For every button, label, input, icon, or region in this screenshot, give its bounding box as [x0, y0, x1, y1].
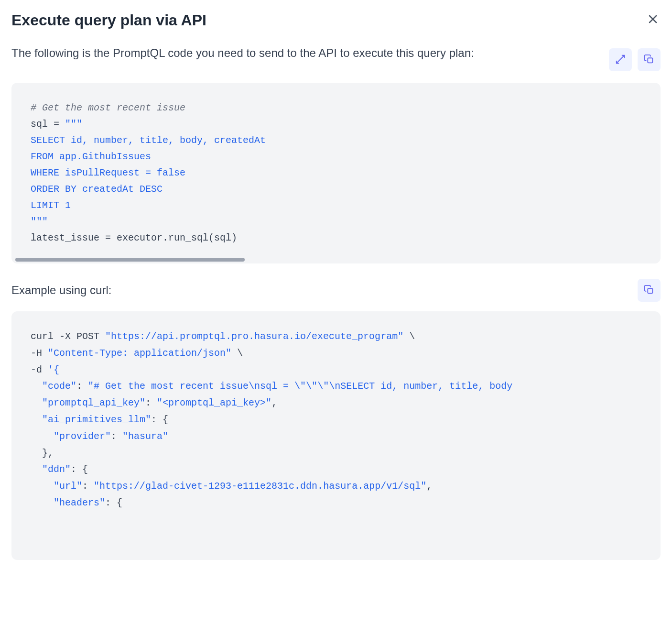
code-sql: FROM app.GithubIssues [31, 151, 151, 162]
action-buttons [609, 48, 661, 71]
curl-json-value: "<promptql_api_key>" [157, 397, 271, 408]
code-sql: SELECT id, number, title, body, createdA… [31, 135, 266, 146]
curl-punct: : [145, 397, 157, 408]
curl-indent [31, 397, 42, 408]
copy-curl-button[interactable] [638, 279, 661, 302]
code-wrap-icon [615, 54, 626, 66]
code-sql: ORDER BY createdAt DESC [31, 184, 163, 195]
code-line: latest_issue = executor.run_sql(sql) [31, 232, 237, 243]
svg-rect-3 [648, 58, 652, 63]
svg-rect-4 [648, 288, 652, 293]
horizontal-scrollbar[interactable] [15, 258, 245, 262]
curl-punct: : { [105, 497, 122, 508]
curl-flag: -H [31, 348, 48, 359]
code-comment: # Get the most recent issue [31, 102, 185, 113]
close-icon [647, 13, 659, 26]
curl-punct: }, [31, 448, 54, 459]
curl-punct: : [82, 481, 94, 492]
code-string: """ [31, 216, 48, 227]
svg-line-2 [617, 55, 625, 63]
curl-json-key: "url" [54, 481, 82, 492]
curl-code: curl -X POST "https://api.promptql.pro.h… [31, 329, 641, 512]
curl-indent [31, 381, 42, 392]
curl-json-key: "promptql_api_key" [42, 397, 145, 408]
curl-punct: , [426, 481, 432, 492]
curl-json-key: "ddn" [42, 464, 71, 475]
curl-json-key: "code" [42, 381, 76, 392]
curl-indent [31, 431, 54, 442]
curl-json-value: "# Get the most recent issue\nsql = \"\"… [88, 381, 512, 392]
curl-esc: \ [231, 348, 243, 359]
code-sql: LIMIT 1 [31, 200, 71, 211]
wrap-code-button[interactable] [609, 48, 632, 71]
curl-code-block: curl -X POST "https://api.promptql.pro.h… [11, 311, 661, 560]
promptql-code-block: # Get the most recent issue sql = """ SE… [11, 83, 661, 263]
intro-text: The following is the PromptQL code you n… [11, 44, 597, 62]
curl-url: "https://api.promptql.pro.hasura.io/exec… [105, 331, 403, 342]
curl-indent [31, 414, 42, 425]
example-label: Example using curl: [11, 284, 111, 297]
curl-json-value: "https://glad-civet-1293-e111e2831c.ddn.… [94, 481, 426, 492]
curl-json-key: "ai_primitives_llm" [42, 414, 151, 425]
curl-header: "Content-Type: application/json" [48, 348, 231, 359]
copy-code-button[interactable] [638, 48, 661, 71]
curl-punct: : [111, 431, 122, 442]
code-string: """ [65, 119, 82, 130]
copy-icon [644, 54, 654, 66]
example-row: Example using curl: [11, 279, 661, 302]
curl-json-open: '{ [48, 364, 59, 375]
curl-indent [31, 481, 54, 492]
curl-punct: , [271, 397, 277, 408]
modal-title: Execute query plan via API [11, 11, 206, 29]
curl-punct: : [76, 381, 88, 392]
close-button[interactable] [645, 11, 661, 28]
curl-indent [31, 497, 54, 508]
curl-json-key: "headers" [54, 497, 105, 508]
curl-punct: : { [71, 464, 88, 475]
code-line: sql = [31, 119, 65, 130]
curl-indent [31, 464, 42, 475]
curl-punct: : { [151, 414, 168, 425]
promptql-code: # Get the most recent issue sql = """ SE… [31, 100, 641, 246]
curl-esc: \ [403, 331, 415, 342]
code-sql: WHERE isPullRequest = false [31, 167, 185, 178]
curl-json-value: "hasura" [122, 431, 168, 442]
modal-header: Execute query plan via API [11, 11, 661, 29]
intro-row: The following is the PromptQL code you n… [11, 44, 661, 71]
curl-flag: -d [31, 364, 48, 375]
copy-icon [644, 285, 654, 296]
curl-json-key: "provider" [54, 431, 111, 442]
curl-line: curl -X POST [31, 331, 105, 342]
